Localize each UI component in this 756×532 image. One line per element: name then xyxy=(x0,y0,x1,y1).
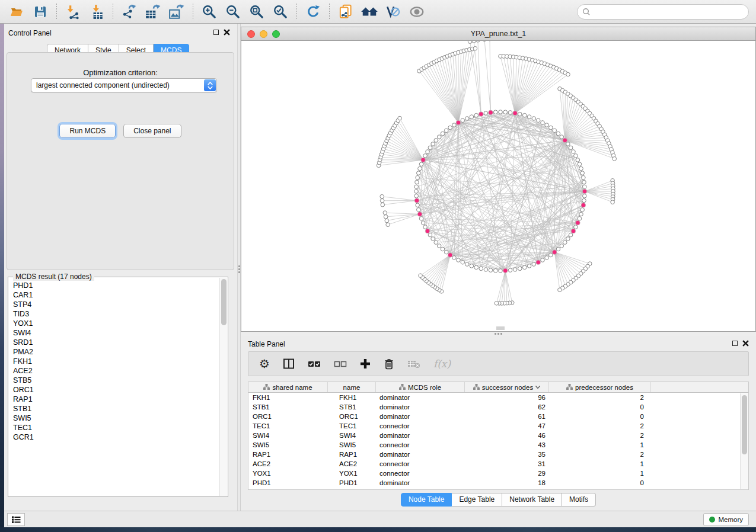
graph-node[interactable] xyxy=(474,113,479,117)
graph-node[interactable] xyxy=(556,247,560,251)
table-row[interactable]: STB1STB1dominator620 xyxy=(248,402,748,412)
mcds-node-item[interactable]: YOX1 xyxy=(9,319,219,328)
graph-node[interactable] xyxy=(560,135,564,139)
graph-node[interactable] xyxy=(431,142,435,146)
scrollbar-thumb[interactable] xyxy=(221,279,227,325)
graph-node[interactable] xyxy=(532,262,536,267)
network-window-titlebar[interactable]: YPA_prune.txt_1 xyxy=(241,27,755,41)
graph-node[interactable] xyxy=(541,258,545,262)
tab-edge-table[interactable]: Edge Table xyxy=(452,493,502,507)
mcds-node-item[interactable]: SWI4 xyxy=(9,328,219,338)
table-cell[interactable]: STB1 xyxy=(328,402,376,412)
graph-node[interactable] xyxy=(441,132,445,136)
table-row[interactable]: FKH1FKH1dominator962 xyxy=(248,393,748,402)
scrollbar-thumb[interactable] xyxy=(742,395,747,454)
mcds-node-item[interactable]: TID3 xyxy=(9,309,219,319)
graph-node[interactable] xyxy=(522,113,527,117)
graph-node[interactable] xyxy=(437,244,441,248)
graph-node[interactable] xyxy=(428,233,432,237)
table-row[interactable]: TEC1TEC1connector472 xyxy=(248,421,748,431)
graph-node-selected[interactable] xyxy=(489,110,493,115)
mcds-node-item[interactable]: STP4 xyxy=(9,300,219,309)
graph-node[interactable] xyxy=(503,110,508,114)
graph-node[interactable] xyxy=(536,118,540,123)
mcds-node-item[interactable]: FKH1 xyxy=(9,357,219,366)
memory-button[interactable]: Memory xyxy=(703,513,749,526)
graph-node[interactable] xyxy=(495,302,499,306)
table-cell[interactable]: connector xyxy=(376,440,465,450)
window-close-icon[interactable] xyxy=(247,30,255,38)
graph-node[interactable] xyxy=(416,203,420,207)
task-history-button[interactable] xyxy=(7,513,25,526)
graph-node[interactable] xyxy=(461,118,465,123)
table-cell[interactable]: connector xyxy=(376,469,465,478)
export-network-icon[interactable] xyxy=(117,2,141,21)
graph-node[interactable] xyxy=(576,158,580,162)
table-scrollbar[interactable] xyxy=(740,393,748,489)
graph-node[interactable] xyxy=(527,115,531,119)
graph-node[interactable] xyxy=(421,221,425,225)
graph-node-selected[interactable] xyxy=(503,268,508,273)
graph-node[interactable] xyxy=(563,241,567,245)
table-options-icon[interactable]: ⚙ xyxy=(259,358,270,370)
deselect-all-icon[interactable] xyxy=(334,360,347,368)
graph-node[interactable] xyxy=(513,268,517,272)
graph-node[interactable] xyxy=(441,247,445,251)
graph-node[interactable] xyxy=(423,154,428,158)
table-cell[interactable]: dominator xyxy=(376,431,465,440)
graph-node[interactable] xyxy=(522,265,527,270)
table-cell[interactable]: 29 xyxy=(465,469,549,478)
graph-node[interactable] xyxy=(473,46,477,50)
mcds-node-item[interactable]: STB1 xyxy=(9,404,219,414)
graph-node[interactable] xyxy=(574,225,578,229)
table-cell[interactable]: 2 xyxy=(549,393,651,402)
graph-node[interactable] xyxy=(580,208,585,212)
network-canvas[interactable] xyxy=(241,41,755,331)
new-network-from-selection-icon[interactable] xyxy=(334,2,358,21)
graph-node[interactable] xyxy=(518,112,522,116)
graph-node[interactable] xyxy=(448,126,452,130)
graph-node[interactable] xyxy=(476,41,480,42)
export-image-icon[interactable] xyxy=(165,2,189,21)
graph-node[interactable] xyxy=(527,264,531,268)
show-columns-icon[interactable] xyxy=(283,358,295,370)
table-cell[interactable]: dominator xyxy=(376,450,465,459)
mcds-node-item[interactable]: TEC1 xyxy=(9,423,219,432)
save-session-icon[interactable] xyxy=(28,2,52,21)
graph-node-selected[interactable] xyxy=(581,203,586,207)
graph-node[interactable] xyxy=(465,262,469,267)
table-cell[interactable]: 18 xyxy=(465,478,549,488)
graph-node[interactable] xyxy=(558,288,562,292)
graph-node[interactable] xyxy=(461,260,465,264)
tab-network-table[interactable]: Network Table xyxy=(502,493,562,507)
table-cell[interactable]: FKH1 xyxy=(328,393,376,402)
graph-node[interactable] xyxy=(484,111,488,116)
run-mcds-button[interactable]: Run MCDS xyxy=(59,124,116,138)
graph-node[interactable] xyxy=(553,129,557,133)
graph-node[interactable] xyxy=(569,146,573,150)
table-row[interactable]: SWI5SWI5connector431 xyxy=(248,440,748,450)
table-cell[interactable]: RAP1 xyxy=(248,450,328,459)
zoom-selected-icon[interactable] xyxy=(269,2,292,21)
mcds-node-item[interactable]: SRD1 xyxy=(9,338,219,347)
graph-node[interactable] xyxy=(548,126,553,130)
graph-node-selected[interactable] xyxy=(576,220,580,225)
search-input[interactable] xyxy=(591,8,739,16)
mcds-node-item[interactable]: PMA2 xyxy=(9,347,219,357)
graph-node[interactable] xyxy=(457,258,461,262)
mcds-node-item[interactable]: GCR1 xyxy=(9,432,219,442)
table-cell[interactable]: dominator xyxy=(376,478,465,488)
mcds-list-scrollbar[interactable] xyxy=(219,278,227,496)
graph-node[interactable] xyxy=(419,217,423,221)
table-cell[interactable]: 2 xyxy=(549,450,651,459)
table-cell[interactable]: TEC1 xyxy=(328,421,376,431)
graph-node-selected[interactable] xyxy=(571,229,576,233)
table-cell[interactable]: RAP1 xyxy=(328,450,376,459)
graph-node-selected[interactable] xyxy=(456,120,461,125)
graph-node[interactable] xyxy=(518,267,522,271)
graph-node[interactable] xyxy=(384,215,388,219)
graph-node[interactable] xyxy=(380,194,384,198)
add-column-icon[interactable] xyxy=(360,358,371,369)
tab-node-table[interactable]: Node Table xyxy=(401,493,452,507)
table-cell[interactable]: YOX1 xyxy=(248,469,328,478)
